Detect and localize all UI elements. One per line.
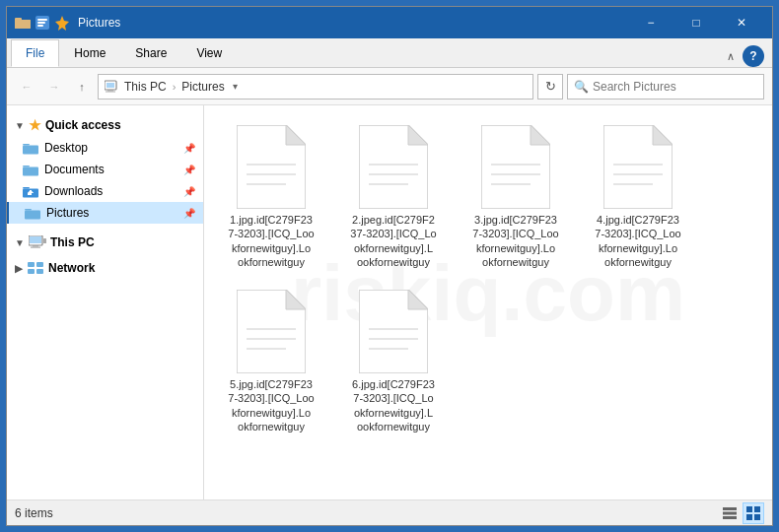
quick-access-chevron: ▼: [15, 120, 25, 131]
documents-pin-icon: 📌: [183, 165, 195, 175]
titlebar-app-icons: [15, 15, 70, 31]
ribbon-tabs: File Home Share View ∧ ?: [7, 38, 772, 68]
tab-home[interactable]: Home: [59, 39, 120, 67]
svg-marker-7: [55, 16, 69, 31]
file-icon-1: [232, 122, 311, 211]
svg-rect-2: [15, 20, 31, 29]
close-button[interactable]: ✕: [719, 7, 764, 38]
downloads-pin-icon: 📌: [183, 186, 195, 197]
network-icon: [27, 261, 44, 275]
file-icon-5: [232, 287, 311, 375]
network-label: Network: [48, 261, 95, 275]
tab-view[interactable]: View: [181, 39, 237, 67]
tab-file[interactable]: File: [11, 39, 59, 67]
file-grid: 1.jpg.id[C279F237-3203].[ICQ_Lookfornewi…: [212, 113, 764, 438]
app-icon: [15, 15, 31, 31]
up-button[interactable]: ↑: [70, 75, 94, 99]
search-box[interactable]: 🔍: [567, 74, 764, 100]
back-button[interactable]: ←: [15, 75, 38, 99]
network-header[interactable]: ▶ Network: [7, 257, 203, 279]
svg-rect-4: [37, 19, 47, 21]
forward-button[interactable]: →: [42, 75, 66, 99]
svg-rect-14: [23, 166, 30, 167]
svg-rect-15: [23, 167, 38, 176]
svg-rect-27: [43, 238, 46, 243]
documents-label: Documents: [44, 163, 177, 176]
thispc-label: This PC: [50, 235, 95, 249]
thispc-chevron: ▼: [15, 237, 25, 248]
svg-rect-62: [723, 507, 737, 510]
quick-access-label: Quick access: [45, 118, 121, 132]
file-label-5: 5.jpg.id[C279F237-3203].[ICQ_Lookfornewi…: [228, 377, 314, 433]
sidebar-item-documents[interactable]: Documents 📌: [7, 159, 203, 180]
svg-rect-26: [31, 247, 40, 248]
ribbon-collapse-btn[interactable]: ∧: [723, 48, 739, 65]
documents-folder-icon: [23, 162, 38, 177]
file-item-4[interactable]: 4.jpg.id[C279F237-3203].[ICQ_Lookfornewi…: [579, 113, 697, 274]
sidebar-item-downloads[interactable]: Downloads 📌: [7, 180, 203, 202]
downloads-label: Downloads: [44, 184, 177, 198]
sidebar-item-desktop[interactable]: Desktop 📌: [7, 137, 203, 159]
file-icon-2: [354, 122, 433, 211]
refresh-button[interactable]: ↻: [537, 74, 563, 100]
svg-rect-64: [723, 516, 737, 519]
file-item-6[interactable]: 6.jpg.id[C279F237-3203].[ICQ_Lookfornewi…: [334, 278, 453, 438]
file-item-5[interactable]: 5.jpg.id[C279F237-3203].[ICQ_Lookfornewi…: [212, 278, 330, 438]
address-dropdown-btn[interactable]: ▾: [229, 81, 242, 92]
explorer-window: Pictures − □ ✕ File Home Share View ∧ ? …: [6, 6, 773, 526]
large-icons-view-button[interactable]: [743, 502, 764, 524]
svg-rect-16: [23, 187, 30, 189]
main-content: ▼ ★ Quick access Desktop 📌: [7, 105, 772, 499]
file-item-2[interactable]: 2.jpeg.id[C279F237-3203].[ICQ_Lookfornew…: [334, 113, 453, 274]
pictures-pin-icon: 📌: [183, 208, 195, 219]
tab-share[interactable]: Share: [120, 39, 181, 67]
maximize-button[interactable]: □: [673, 7, 719, 38]
path-icon: [105, 80, 120, 94]
svg-rect-30: [28, 269, 35, 274]
svg-rect-20: [30, 190, 32, 195]
file-label-6: 6.jpg.id[C279F237-3203].[ICQ_Lookfornewi…: [352, 377, 435, 433]
star-icon: ★: [29, 117, 41, 133]
svg-rect-68: [754, 514, 760, 520]
list-view-button[interactable]: [719, 502, 741, 524]
pictures-label: Pictures: [46, 206, 177, 220]
titlebar: Pictures − □ ✕: [7, 7, 772, 38]
pin-icon: [54, 15, 70, 31]
svg-rect-21: [25, 209, 32, 211]
file-area: riskiq.com 1.jpg.id[C279F237-3203].[ICQ_…: [204, 105, 772, 499]
svg-rect-29: [36, 262, 43, 267]
file-icon-3: [476, 122, 555, 211]
file-label-3: 3.jpg.id[C279F237-3203].[ICQ_Lookfornewi…: [472, 213, 558, 269]
file-icon-6: [354, 287, 433, 375]
minimize-button[interactable]: −: [628, 7, 673, 38]
svg-rect-31: [36, 269, 43, 274]
svg-rect-5: [37, 22, 45, 24]
svg-rect-25: [33, 245, 38, 247]
svg-rect-9: [106, 83, 114, 88]
address-box[interactable]: This PC › Pictures ▾: [98, 74, 533, 100]
file-label-4: 4.jpg.id[C279F237-3203].[ICQ_Lookfornewi…: [595, 213, 680, 269]
addressbar: ← → ↑ This PC › Pictures ▾ ↻ 🔍: [7, 68, 772, 105]
svg-marker-58: [408, 290, 428, 309]
statusbar: 6 items: [7, 499, 772, 525]
svg-rect-63: [723, 511, 737, 514]
search-input[interactable]: [593, 80, 757, 94]
svg-rect-11: [106, 91, 115, 92]
help-button[interactable]: ?: [743, 45, 764, 67]
svg-rect-22: [25, 211, 40, 220]
svg-rect-28: [28, 262, 35, 267]
sidebar-item-pictures[interactable]: Pictures 📌: [7, 202, 203, 224]
desktop-pin-icon: 📌: [183, 143, 195, 154]
svg-marker-33: [286, 125, 306, 145]
svg-rect-6: [37, 25, 43, 27]
svg-rect-12: [23, 144, 30, 146]
svg-marker-48: [653, 125, 673, 145]
file-label-2: 2.jpeg.id[C279F237-3203].[ICQ_Lookfornew…: [350, 213, 436, 269]
file-item-3[interactable]: 3.jpg.id[C279F237-3203].[ICQ_Lookfornewi…: [457, 113, 575, 274]
quick-access-header[interactable]: ▼ ★ Quick access: [7, 113, 203, 137]
svg-rect-13: [23, 146, 38, 155]
file-item-1[interactable]: 1.jpg.id[C279F237-3203].[ICQ_Lookfornewi…: [212, 113, 330, 274]
thispc-header[interactable]: ▼ This PC: [7, 232, 203, 253]
network-chevron: ▶: [15, 263, 23, 274]
pictures-folder-icon: [25, 205, 40, 221]
